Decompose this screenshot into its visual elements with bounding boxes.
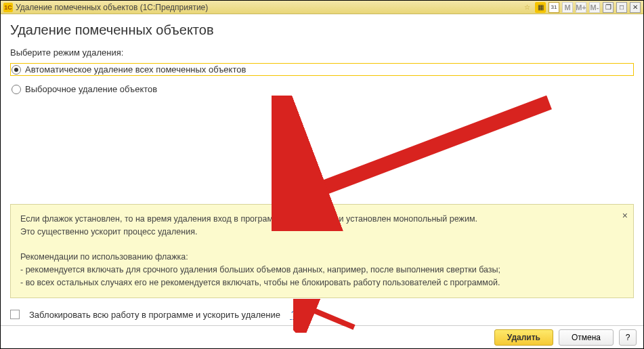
app-icon: 1C <box>3 3 13 12</box>
block-work-label: Заблокировать всю работу в программе и у… <box>29 310 280 320</box>
window-close-icon[interactable]: ✕ <box>630 2 641 13</box>
memory-mplus-button[interactable]: M+ <box>576 2 586 13</box>
block-work-checkbox[interactable] <box>10 310 20 319</box>
page-title: Удаление помеченных объектов <box>10 22 634 38</box>
calendar-icon[interactable]: 31 <box>549 2 559 13</box>
hint-rec2: - во всех остальных случаях его не реком… <box>20 278 500 287</box>
memory-m-button[interactable]: M <box>562 2 573 13</box>
radio-selective-delete[interactable]: Выборочное удаление объектов <box>10 83 634 96</box>
window-titlebar: 1C Удаление помеченных объектов (1С:Пред… <box>1 1 643 14</box>
radio-auto-label: Автоматическое удаление всех помеченных … <box>25 64 246 75</box>
radio-auto-delete[interactable]: Автоматическое удаление всех помеченных … <box>10 63 634 76</box>
radio-selective-label: Выборочное удаление объектов <box>25 84 157 94</box>
radio-icon <box>12 85 21 94</box>
hint-rec1: - рекомендуется включать для срочного уд… <box>20 265 500 274</box>
delete-button[interactable]: Удалить <box>494 329 553 346</box>
hint-line2: Это существенно ускорит процесс удаления… <box>20 227 197 237</box>
window-title: Удаление помеченных объектов (1С:Предпри… <box>16 3 208 12</box>
radio-icon <box>12 65 21 75</box>
help-button[interactable]: ? <box>619 329 637 346</box>
hint-close-button[interactable]: × <box>622 209 628 223</box>
hint-line1: Если флажок установлен, то на время удал… <box>20 214 477 224</box>
memory-mminus-button[interactable]: M- <box>589 2 600 13</box>
help-link[interactable]: ? <box>290 309 297 320</box>
window-restore-icon[interactable]: ❐ <box>603 2 614 13</box>
calculator-icon[interactable]: ▦ <box>535 2 546 13</box>
hint-rec-title: Рекомендации по использованию флажка: <box>20 252 188 262</box>
mode-label: Выберите режим удаления: <box>10 47 634 58</box>
info-hint-box: × Если флажок установлен, то на время уд… <box>10 204 634 298</box>
window-maximize-icon[interactable]: □ <box>616 2 627 13</box>
favorite-icon[interactable]: ☆ <box>521 2 532 13</box>
cancel-button[interactable]: Отмена <box>559 329 614 346</box>
footer: Удалить Отмена ? <box>1 325 643 348</box>
